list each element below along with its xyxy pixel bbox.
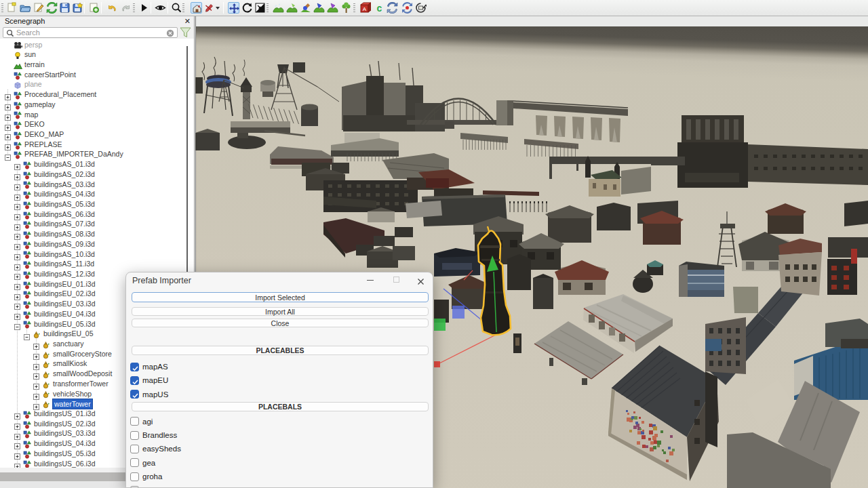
svg-text:A: A	[363, 6, 367, 12]
svg-text:c: c	[377, 3, 382, 14]
